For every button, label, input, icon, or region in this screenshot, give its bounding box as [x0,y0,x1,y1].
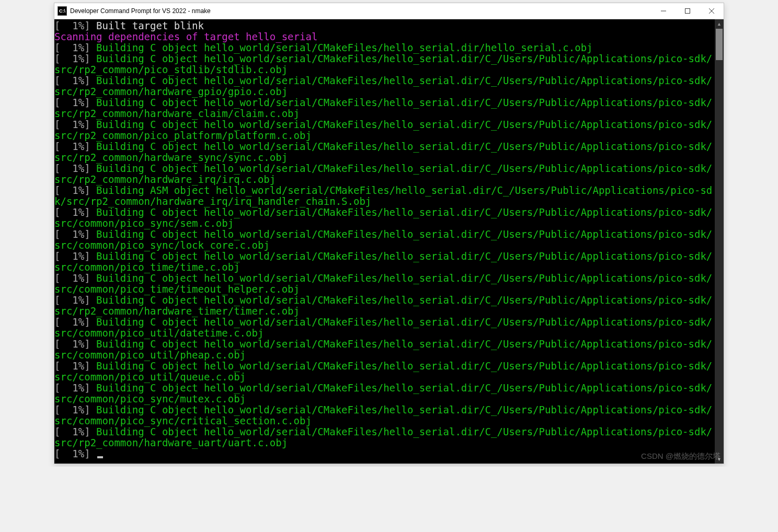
build-message: Building C object hello_world/serial/CMa… [96,42,592,53]
build-message: Building C object hello_world/serial/CMa… [54,163,712,185]
build-percent: [ 1%] [54,250,96,262]
cmd-icon: C:\ [58,6,67,16]
terminal-line: [ 1%] Building C object hello_world/seri… [54,229,715,251]
build-message: Scanning dependencies of target hello_se… [54,31,317,42]
terminal-line: [ 1%] Building C object hello_world/seri… [54,383,715,404]
terminal-line: [ 1%] Building C object hello_world/seri… [54,141,715,163]
build-percent: [ 1%] [54,42,96,53]
terminal-line: Scanning dependencies of target hello_se… [54,31,715,42]
terminal-line: [ 1%] Building C object hello_world/seri… [54,273,715,295]
build-message: Building C object hello_world/serial/CMa… [54,360,712,383]
titlebar[interactable]: C:\ Developer Command Prompt for VS 2022… [54,3,724,19]
build-percent: [ 1%] [54,119,96,130]
terminal-line: [ 1%] Building C object hello_world/seri… [54,97,715,119]
build-percent: [ 1%] [54,382,96,394]
terminal-line: [ 1%] Built target blink [54,20,715,31]
build-percent: [ 1%] [54,448,96,459]
build-percent: [ 1%] [54,360,96,372]
build-message: Building C object hello_world/serial/CMa… [54,316,712,339]
terminal-line: [ 1%] Building C object hello_world/seri… [54,317,715,339]
terminal-line: [ 1%] Building C object hello_world/seri… [54,251,715,273]
window-title: Developer Command Prompt for VS 2022 - n… [70,7,211,15]
maximize-button[interactable] [676,3,700,19]
terminal-line: [ 1%] Building C object hello_world/seri… [54,339,715,361]
build-message: Built target blink [96,20,204,31]
svg-rect-1 [685,9,690,14]
scrollbar-thumb[interactable] [716,29,723,60]
build-message: Building C object hello_world/serial/CMa… [54,75,712,97]
build-percent: [ 1%] [54,404,96,415]
terminal-line: [ 1%] Building C object hello_world/seri… [54,75,715,97]
minimize-icon [661,8,666,14]
terminal-line: [ 1%] Building C object hello_world/seri… [54,163,715,185]
build-percent: [ 1%] [54,75,96,86]
terminal-line: [ 1%] Building C object hello_world/seri… [54,207,715,229]
build-message: Building C object hello_world/serial/CMa… [54,338,712,361]
terminal-line: [ 1%] Building C object hello_world/seri… [54,119,715,141]
build-percent: [ 1%] [54,426,96,437]
maximize-icon [685,8,690,14]
build-message: Building C object hello_world/serial/CMa… [54,404,712,426]
minimize-button[interactable] [651,3,676,19]
build-message: Building C object hello_world/serial/CMa… [54,250,712,273]
build-percent: [ 1%] [54,97,96,108]
terminal-line: [ 1%] Building C object hello_world/seri… [54,361,715,383]
build-message: Building C object hello_world/serial/CMa… [54,53,712,75]
build-message: Building C object hello_world/serial/CMa… [54,382,712,404]
close-icon [709,8,714,14]
terminal-output[interactable]: [ 1%] Built target blinkScanning depende… [54,19,715,464]
build-message: Building C object hello_world/serial/CMa… [54,426,712,448]
terminal-line: [ 1%] [54,448,715,459]
build-message: Building C object hello_world/serial/CMa… [54,141,712,163]
cursor-icon [97,456,103,458]
build-message: Building C object hello_world/serial/CMa… [54,294,712,317]
build-message: Building C object hello_world/serial/CMa… [54,119,712,141]
build-percent: [ 1%] [54,163,96,174]
terminal-line: [ 1%] Building C object hello_world/seri… [54,426,715,448]
scroll-down-arrow-icon[interactable]: ▼ [715,455,724,464]
app-window: C:\ Developer Command Prompt for VS 2022… [54,3,724,464]
build-percent: [ 1%] [54,228,96,240]
build-percent: [ 1%] [54,316,96,328]
build-message: Building C object hello_world/serial/CMa… [54,228,712,251]
build-message: Building C object hello_world/serial/CMa… [54,97,712,119]
terminal-line: [ 1%] Building C object hello_world/seri… [54,42,715,53]
build-percent: [ 1%] [54,141,96,152]
build-percent: [ 1%] [54,206,96,218]
build-message: Building C object hello_world/serial/CMa… [54,272,712,295]
client-area: [ 1%] Built target blinkScanning depende… [54,19,724,464]
build-percent: [ 1%] [54,338,96,350]
terminal-line: [ 1%] Building C object hello_world/seri… [54,404,715,426]
build-message: Building ASM object hello_world/serial/C… [54,184,712,207]
build-percent: [ 1%] [54,53,96,64]
build-message: Building C object hello_world/serial/CMa… [54,206,712,229]
build-percent: [ 1%] [54,184,96,196]
scroll-up-arrow-icon[interactable]: ▲ [715,19,724,28]
terminal-line: [ 1%] Building C object hello_world/seri… [54,295,715,317]
build-percent: [ 1%] [54,294,96,306]
close-button[interactable] [700,3,724,19]
build-percent: [ 1%] [54,272,96,284]
build-percent: [ 1%] [54,20,96,31]
terminal-line: [ 1%] Building ASM object hello_world/se… [54,185,715,207]
vertical-scrollbar[interactable]: ▲ ▼ [715,19,724,464]
terminal-line: [ 1%] Building C object hello_world/seri… [54,53,715,75]
